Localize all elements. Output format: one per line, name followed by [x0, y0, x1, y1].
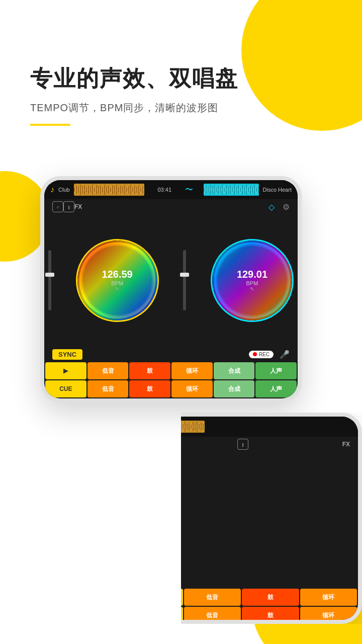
bass-button-2[interactable]: 低音 [87, 380, 129, 397]
device-section-2: ♪ Club [101, 413, 362, 624]
dj2-slider-thumb [130, 505, 139, 509]
svg-rect-14 [102, 187, 103, 192]
diamond-icon[interactable]: ◇ [268, 202, 275, 212]
right-bpm-label: BPM [237, 280, 267, 286]
mix-button-2[interactable]: 合成 [214, 380, 255, 397]
dj-controls-row: ○ ⫿ FX ◇ ⚙ [44, 199, 298, 214]
dj2-drum-button[interactable]: 鼓 [242, 589, 299, 606]
svg-rect-74 [176, 422, 177, 431]
dj2-fx-label[interactable]: FX [342, 441, 350, 448]
heartbeat-icon: 〜 [185, 185, 193, 195]
dj2-loop-button-2[interactable]: 循环 [300, 607, 357, 624]
mix-button-1[interactable]: 合成 [214, 362, 255, 379]
phone-mockup-2: ♪ Club [121, 413, 362, 624]
track-left-info: ♪ Club [50, 184, 144, 196]
sync-button[interactable]: SYNC [52, 349, 82, 360]
dj2-play-button[interactable]: ▶ [126, 589, 183, 606]
waveform-left [74, 184, 144, 196]
phone-mockup-1: ♪ Club [40, 176, 302, 403]
dj2-bass-button[interactable]: 低音 [184, 589, 241, 606]
right-turntable[interactable]: 129.01 BPM ✎ [211, 239, 294, 322]
dj2-bass-button-2[interactable]: 低音 [184, 607, 241, 624]
svg-rect-10 [94, 188, 95, 192]
svg-rect-44 [222, 185, 223, 195]
svg-rect-79 [187, 424, 188, 430]
svg-rect-55 [244, 186, 245, 193]
svg-rect-71 [170, 424, 171, 430]
track-name-left: Club [58, 187, 70, 193]
fx-label[interactable]: FX [74, 203, 82, 210]
vocal-button-2[interactable]: 人声 [255, 380, 297, 397]
dj2-note-icon: ♪ [131, 422, 135, 431]
right-bpm-value: 129.01 [237, 269, 267, 280]
cue-button[interactable]: CUE [45, 380, 86, 397]
svg-rect-64 [156, 423, 157, 431]
dj-turntable-row: 126.59 BPM ✎ 129 [44, 214, 298, 346]
svg-rect-4 [82, 186, 83, 193]
mic-icon[interactable]: 🎤 [280, 350, 290, 359]
device-section-1: ♪ Club [40, 176, 302, 403]
vocal-button-1[interactable]: 人声 [255, 362, 297, 379]
svg-rect-57 [248, 187, 249, 192]
svg-rect-13 [100, 186, 101, 194]
loop-button-1[interactable]: 循环 [171, 362, 213, 379]
main-title: 专业的声效、双唱盘 [30, 65, 238, 92]
dj2-turntable-area [125, 452, 358, 573]
svg-rect-42 [218, 186, 219, 194]
svg-rect-73 [174, 425, 175, 429]
dj2-circle-btn[interactable]: ○ [133, 439, 144, 450]
svg-rect-28 [130, 185, 131, 195]
svg-rect-23 [120, 186, 121, 194]
svg-rect-18 [110, 188, 111, 192]
svg-rect-41 [216, 187, 217, 192]
center-vol-slider[interactable] [183, 250, 186, 310]
dj2-eq-btn[interactable]: ⫿ [237, 439, 248, 450]
rec-button[interactable]: REC [249, 351, 274, 358]
dj2-sync-button[interactable]: SYNC [133, 576, 163, 586]
left-turntable[interactable]: 126.59 BPM ✎ [76, 239, 159, 322]
dj2-loop-button[interactable]: 循环 [300, 589, 357, 606]
svg-rect-36 [206, 186, 207, 194]
svg-rect-46 [226, 185, 227, 194]
svg-rect-17 [108, 186, 109, 194]
rec-dot [253, 352, 257, 356]
dj2-controls-row: ○ ⫿ FX [125, 437, 358, 452]
svg-rect-33 [140, 188, 141, 192]
gear-icon[interactable]: ⚙ [283, 202, 290, 212]
svg-rect-43 [220, 187, 221, 193]
left-bpm-label: BPM [102, 280, 133, 286]
svg-rect-45 [224, 188, 225, 192]
svg-rect-51 [236, 187, 237, 193]
svg-rect-52 [238, 186, 239, 194]
left-edit-icon: ✎ [102, 286, 133, 292]
center-slider-thumb [180, 273, 189, 277]
svg-rect-66 [160, 422, 161, 432]
svg-rect-2 [78, 187, 79, 193]
dj2-cue-button[interactable]: CUE [126, 607, 183, 624]
sub-title: TEMPO调节，BPM同步，清晰的波形图 [30, 101, 238, 115]
svg-rect-86 [201, 423, 202, 431]
circle-btn[interactable]: ○ [52, 201, 63, 212]
svg-rect-75 [178, 423, 179, 430]
left-turntable-info: 126.59 BPM ✎ [102, 269, 133, 292]
svg-rect-15 [104, 185, 105, 195]
svg-rect-83 [195, 423, 196, 430]
svg-rect-76 [180, 423, 182, 431]
track-right-info: Disco Heart [204, 184, 292, 196]
svg-rect-82 [193, 422, 194, 431]
bass-button-1[interactable]: 低音 [87, 362, 129, 379]
track-name-right: Disco Heart [263, 187, 292, 193]
drum-button-1[interactable]: 鼓 [129, 362, 170, 379]
left-tempo-slider[interactable] [48, 250, 51, 310]
svg-rect-9 [92, 185, 93, 195]
svg-rect-7 [88, 186, 89, 194]
dj2-tempo-slider[interactable] [133, 482, 136, 542]
play-button[interactable]: ▶ [45, 362, 86, 379]
loop-button-2[interactable]: 循环 [171, 380, 213, 397]
svg-rect-19 [112, 185, 113, 194]
text-section: 专业的声效、双唱盘 TEMPO调节，BPM同步，清晰的波形图 [30, 65, 238, 126]
svg-rect-59 [252, 187, 253, 193]
eq-btn[interactable]: ⫿ [63, 201, 74, 212]
dj2-drum-button-2[interactable]: 鼓 [242, 607, 299, 624]
drum-button-2[interactable]: 鼓 [129, 380, 170, 397]
